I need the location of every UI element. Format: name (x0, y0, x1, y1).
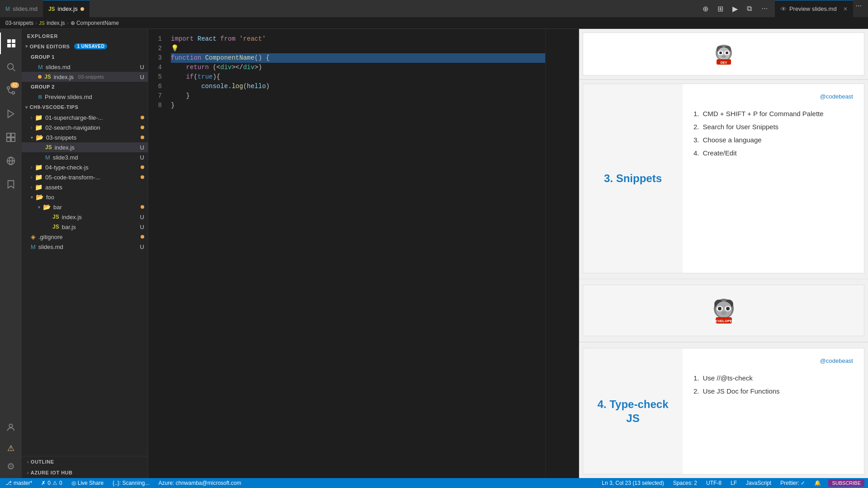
folder-04-dot (141, 165, 144, 169)
activity-bar: 42 ⚠ ⚙ (0, 29, 22, 478)
folder-05-label: 05-code-transform-... (45, 174, 100, 181)
workspace-chevron: ▾ (25, 105, 28, 110)
folder-02[interactable]: › 📁 02-search-navigation (22, 122, 148, 132)
slide-4-right: @codebeast 1. Use //@ts-check 2. Use JS … (683, 348, 864, 474)
run-btn[interactable]: ▶ (730, 3, 741, 15)
slide-2-right: @codebeast 1. CMD + SHIFT + P for Comman… (683, 84, 864, 273)
status-encoding[interactable]: UTF-8 (704, 480, 723, 486)
code-content[interactable]: import React from 'react' 💡 function (171, 29, 545, 478)
file-gitignore[interactable]: ◈ .gitignore (22, 232, 148, 242)
status-liveshare[interactable]: ◎ Live Share (70, 480, 105, 486)
tab-slides-md[interactable]: M slides.md (0, 0, 43, 17)
branch-label: master* (14, 480, 32, 486)
code-line-1: import React from 'react' (171, 34, 545, 44)
workspace-header[interactable]: ▾ CH9-VSCODE-TIPS (22, 103, 148, 112)
list-item-2: 2. Search for User Snippets (693, 120, 853, 133)
breadcrumb-part2[interactable]: index.js (47, 20, 65, 26)
activity-warning[interactable]: ⚠ (0, 440, 22, 456)
activity-person[interactable] (0, 417, 22, 438)
kw-return: return (186, 63, 213, 72)
file-label-slides-root: slides.md (38, 244, 63, 250)
status-errors[interactable]: ✗ 0 ⚠ 0 (39, 480, 64, 486)
preview-close-btn[interactable]: ✕ (843, 6, 848, 12)
list-num-2: 2. (693, 123, 699, 131)
activity-settings[interactable]: ⚙ (0, 458, 22, 474)
activity-explorer[interactable] (0, 33, 22, 54)
folder-assets[interactable]: › 📁 assets (22, 182, 148, 192)
open-editors-header[interactable]: ▾ OPEN EDITORS 1 UNSAVED (22, 42, 148, 51)
preview-file-item[interactable]: ⊞ Preview slides.md (22, 92, 148, 102)
split-layout-btn[interactable]: ⊞ (715, 3, 726, 15)
breadcrumb-part3[interactable]: ⊕ ComponentName (71, 20, 119, 26)
s4-num-1: 1. (693, 374, 699, 382)
status-prettier[interactable]: Prettier: ✓ (778, 480, 807, 486)
open-file-index-js[interactable]: JS index.js 03-snippets U (22, 72, 148, 82)
str-react: 'react' (239, 34, 266, 44)
if-paren: ( (193, 72, 197, 82)
preview-more-btn[interactable]: ··· (853, 0, 864, 17)
md-icon: M (5, 6, 10, 12)
activity-bookmarks[interactable] (0, 174, 22, 195)
status-notification[interactable]: 🔔 (812, 480, 823, 486)
indent-6 (171, 82, 201, 91)
status-language[interactable]: JavaScript (744, 480, 773, 486)
folder-bar[interactable]: ▾ 📂 bar (22, 202, 148, 212)
activity-extensions[interactable] (0, 127, 22, 148)
toggle-panel-btn[interactable]: ⧉ (744, 3, 755, 14)
gitignore-dot (141, 235, 144, 239)
run-or-split-btn[interactable]: ⊕ (700, 3, 711, 15)
toolbar-area: ⊕ ⊞ ▶ ⧉ ··· (90, 0, 775, 17)
file-slide3-md[interactable]: M slide3.md U (22, 152, 148, 162)
subscribe-button[interactable]: SUBSCRIBE (828, 479, 864, 487)
svg-point-32 (718, 307, 722, 310)
file-bar-js[interactable]: JS bar.js U (22, 222, 148, 232)
tab-label-index: index.js (58, 5, 78, 12)
tab-preview[interactable]: 👁 Preview slides.md ✕ (775, 0, 853, 17)
breadcrumb-part1[interactable]: 03-snippets (5, 20, 33, 26)
tag-div-open: div (220, 63, 231, 72)
svg-rect-0 (7, 39, 11, 43)
activity-remote[interactable] (0, 150, 22, 172)
status-spaces[interactable]: Spaces: 2 (671, 480, 699, 486)
folder-03[interactable]: ▾ 📂 03-snippets (22, 132, 148, 142)
kw-if: if (186, 72, 194, 82)
slide-4: 4. Type-check JS @codebeast 1. Use //@ts… (583, 348, 864, 474)
file-index-js-03[interactable]: JS index.js U (22, 142, 148, 152)
sidebar-header-label: EXPLORER (27, 33, 58, 39)
more-actions-btn[interactable]: ··· (758, 3, 771, 14)
tabs-row: M slides.md JS index.js ⊕ ⊞ ▶ ⧉ ··· 👁 Pr… (0, 0, 868, 17)
file-indicator-index-bar: U (140, 214, 144, 221)
status-azure[interactable]: Azure: chnwamba@microsoft.com (157, 480, 243, 486)
code-editor[interactable]: 1 2 3 4 5 6 7 8 import React (148, 29, 579, 478)
status-line-ending[interactable]: LF (729, 480, 739, 486)
s4-num-2: 2. (693, 387, 699, 395)
open-file-slides-md[interactable]: M slides.md U (22, 62, 148, 72)
outline-panel[interactable]: › OUTLINE (22, 456, 148, 467)
activity-debug[interactable] (0, 103, 22, 125)
folder-03-dot (141, 136, 144, 139)
azure-iot-panel[interactable]: › AZURE IOT HUB (22, 467, 148, 478)
folder-05[interactable]: › 📁 05-code-transform-... (22, 172, 148, 182)
folder-04[interactable]: › 📁 04-type-check-js (22, 162, 148, 172)
slide4-item-2: 2. Use JS Doc for Functions (693, 385, 853, 398)
slide-4-list: 1. Use //@ts-check 2. Use JS Doc for Fun… (693, 371, 853, 398)
activity-search[interactable] (0, 56, 22, 78)
tab-index-js[interactable]: JS index.js (43, 0, 90, 17)
open-index-subtext: 03-snippets (78, 74, 104, 80)
file-index-js-bar[interactable]: JS index.js U (22, 212, 148, 222)
file-slides-md-root[interactable]: M slides.md U (22, 242, 148, 252)
file-icon-js-bar: JS (52, 214, 59, 220)
folder-01[interactable]: › 📁 01-supercharge-file-... (22, 113, 148, 122)
status-branch[interactable]: ⎇ master* (4, 480, 34, 486)
activity-source-control[interactable]: 42 (0, 80, 22, 101)
folder-foo[interactable]: ▾ 📂 foo (22, 192, 148, 202)
encoding-label: UTF-8 (706, 480, 722, 486)
brace-close-outer: } (171, 101, 175, 110)
scrollbar[interactable] (572, 29, 579, 478)
svg-text:DEVELOPER: DEVELOPER (712, 319, 735, 323)
group2-header: GROUP 2 (22, 82, 148, 92)
file-label-index-bar: index.js (62, 214, 82, 221)
status-scanning: {..}: Scanning... (111, 480, 151, 486)
bool-true: true (198, 72, 213, 82)
status-ln-col[interactable]: Ln 3, Col 23 (13 selected) (600, 480, 665, 486)
